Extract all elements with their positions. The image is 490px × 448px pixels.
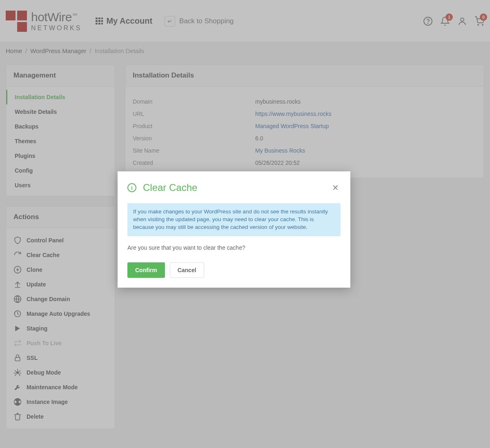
close-icon[interactable]: ✕ [330, 181, 341, 194]
info-icon: i [127, 183, 136, 192]
modal-question: Are you sure that you want to clear the … [127, 244, 341, 251]
cancel-button[interactable]: Cancel [170, 262, 204, 278]
modal-title: Clear Cache [143, 182, 197, 193]
confirm-button[interactable]: Confirm [127, 262, 165, 278]
clear-cache-modal: i Clear Cache ✕ If you make changes to y… [118, 171, 350, 288]
modal-info-box: If you make changes to your WordPress si… [127, 203, 341, 236]
